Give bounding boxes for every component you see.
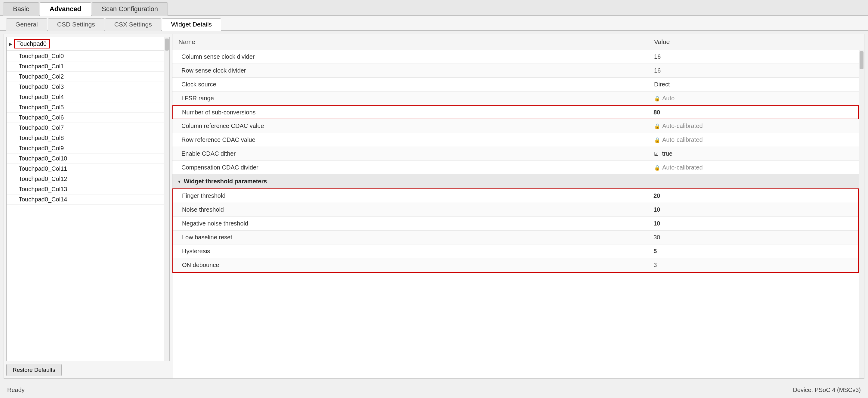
tree-item[interactable]: Touchpad0_Col3 [7, 82, 169, 92]
status-left: Ready [7, 387, 25, 394]
section-expand-icon[interactable]: ▼ [177, 179, 181, 184]
status-right: Device: PSoC 4 (MSCv3) [793, 387, 861, 394]
prop-row[interactable]: Column sense clock divider16 [173, 50, 859, 64]
prop-value: 🔒Auto [648, 92, 859, 104]
tab-advanced[interactable]: Advanced [40, 2, 91, 16]
left-scrollbar-track[interactable] [164, 37, 169, 361]
status-bar: Ready Device: PSoC 4 (MSCv3) [0, 382, 868, 398]
checkbox-icon: ☑ [654, 151, 659, 157]
app-container: Basic Advanced Scan Configuration Genera… [0, 0, 868, 398]
prop-row[interactable]: Enable CDAC dither☑ true [173, 147, 859, 161]
prop-value[interactable]: ☑ true [648, 148, 859, 160]
tab-scan-configuration[interactable]: Scan Configuration [92, 2, 168, 16]
prop-row[interactable]: Row reference CDAC value🔒Auto-calibrated [173, 133, 859, 147]
threshold-prop-row[interactable]: Finger threshold20 [173, 189, 858, 203]
tab-general[interactable]: General [6, 18, 47, 31]
prop-name: Column reference CDAC value [173, 120, 648, 132]
tree-item[interactable]: Touchpad0_Col8 [7, 133, 169, 143]
prop-name: Enable CDAC dither [173, 148, 648, 160]
tree-item[interactable]: Touchpad0_Col5 [7, 102, 169, 113]
restore-defaults-button[interactable]: Restore Defaults [6, 364, 62, 376]
tree-item[interactable]: Touchpad0_Col14 [7, 195, 169, 205]
col-name-header: Name [173, 36, 648, 47]
tab-csd-settings[interactable]: CSD Settings [48, 18, 104, 31]
threshold-prop-name: Finger threshold [173, 190, 648, 202]
threshold-prop-name: Noise threshold [173, 204, 648, 216]
prop-value[interactable]: 16 [648, 65, 859, 77]
threshold-prop-row[interactable]: Hysteresis5 [173, 245, 858, 258]
tree-root-row[interactable]: ▶ Touchpad0 [7, 37, 169, 51]
tree-root-label: Touchpad0 [14, 39, 50, 49]
left-panel: ▶ Touchpad0 Touchpad0_Col0Touchpad0_Col1… [4, 34, 173, 378]
tree-item[interactable]: Touchpad0_Col1 [7, 61, 169, 72]
threshold-prop-name: ON debounce [173, 259, 648, 271]
lock-icon: 🔒 [654, 95, 660, 102]
right-scrollbar-thumb[interactable] [860, 51, 864, 69]
prop-value[interactable]: 16 [648, 51, 859, 63]
threshold-prop-name: Negative noise threshold [173, 218, 648, 229]
prop-value: 🔒Auto-calibrated [648, 162, 859, 173]
tab-basic[interactable]: Basic [3, 2, 39, 16]
tree-container[interactable]: ▶ Touchpad0 Touchpad0_Col0Touchpad0_Col1… [6, 37, 170, 361]
tree-item[interactable]: Touchpad0_Col6 [7, 113, 169, 123]
threshold-prop-row[interactable]: Noise threshold10 [173, 203, 858, 217]
prop-value[interactable]: Direct [648, 79, 859, 90]
threshold-prop-name: Low baseline reset [173, 231, 648, 243]
threshold-prop-value[interactable]: 5 [648, 245, 858, 257]
right-panel: Name Value Column sense clock divider16R… [173, 34, 864, 378]
threshold-group: Finger threshold20Noise threshold10Negat… [173, 189, 859, 273]
lock-icon: 🔒 [654, 137, 660, 143]
prop-name: Row sense clock divider [173, 65, 648, 77]
tab-widget-details[interactable]: Widget Details [162, 18, 221, 31]
col-value-header: Value [648, 36, 859, 47]
prop-value: 🔒Auto-calibrated [648, 120, 859, 132]
right-panel-inner: Column sense clock divider16Row sense cl… [173, 50, 864, 378]
tree-item[interactable]: Touchpad0_Col0 [7, 51, 169, 61]
prop-row[interactable]: LFSR range🔒Auto [173, 91, 859, 105]
prop-row[interactable]: Row sense clock divider16 [173, 64, 859, 78]
right-scrollbar-track[interactable] [859, 50, 864, 378]
tree-item[interactable]: Touchpad0_Col9 [7, 143, 169, 153]
lock-icon: 🔒 [654, 165, 660, 171]
threshold-prop-value[interactable]: 30 [648, 231, 858, 243]
threshold-prop-value[interactable]: 10 [648, 204, 858, 216]
props-header: Name Value [173, 34, 864, 50]
threshold-prop-value[interactable]: 20 [648, 190, 858, 202]
prop-row[interactable]: Compensation CDAC divider🔒Auto-calibrate… [173, 161, 859, 175]
second-tab-bar: General CSD Settings CSX Settings Widget… [0, 16, 868, 31]
main-content: ▶ Touchpad0 Touchpad0_Col0Touchpad0_Col1… [4, 34, 864, 379]
threshold-prop-value[interactable]: 10 [648, 218, 858, 229]
prop-name: LFSR range [173, 92, 648, 104]
tree-expand-icon[interactable]: ▶ [9, 41, 12, 46]
tree-items: Touchpad0_Col0Touchpad0_Col1Touchpad0_Co… [7, 51, 169, 205]
threshold-prop-value[interactable]: 3 [648, 259, 858, 271]
section-widget-threshold: ▼ Widget threshold parameters [173, 175, 859, 189]
threshold-prop-name: Hysteresis [173, 245, 648, 257]
lock-icon: 🔒 [654, 123, 660, 130]
props-content[interactable]: Column sense clock divider16Row sense cl… [173, 50, 859, 378]
prop-name: Number of sub-conversions [173, 107, 648, 118]
tree-item[interactable]: Touchpad0_Col7 [7, 123, 169, 133]
tree-item[interactable]: Touchpad0_Col4 [7, 92, 169, 102]
tree-item[interactable]: Touchpad0_Col11 [7, 164, 169, 174]
tree-item[interactable]: Touchpad0_Col10 [7, 153, 169, 164]
threshold-prop-row[interactable]: Negative noise threshold10 [173, 217, 858, 231]
tree-item[interactable]: Touchpad0_Col2 [7, 72, 169, 82]
prop-name: Row reference CDAC value [173, 134, 648, 146]
prop-value[interactable]: 80 [648, 107, 858, 118]
tab-csx-settings[interactable]: CSX Settings [105, 18, 161, 31]
prop-name: Column sense clock divider [173, 51, 648, 63]
prop-value: 🔒Auto-calibrated [648, 134, 859, 146]
top-tab-bar: Basic Advanced Scan Configuration [0, 0, 868, 16]
threshold-prop-row[interactable]: Low baseline reset30 [173, 231, 858, 245]
tree-item[interactable]: Touchpad0_Col13 [7, 184, 169, 195]
prop-name: Clock source [173, 79, 648, 90]
prop-row[interactable]: Number of sub-conversions80 [173, 105, 859, 119]
tree-item[interactable]: Touchpad0_Col12 [7, 174, 169, 184]
threshold-prop-row[interactable]: ON debounce3 [173, 258, 858, 272]
prop-name: Compensation CDAC divider [173, 162, 648, 173]
prop-row[interactable]: Column reference CDAC value🔒Auto-calibra… [173, 119, 859, 133]
left-scrollbar-thumb[interactable] [165, 38, 169, 51]
prop-row[interactable]: Clock sourceDirect [173, 78, 859, 91]
section-label: Widget threshold parameters [184, 178, 267, 185]
